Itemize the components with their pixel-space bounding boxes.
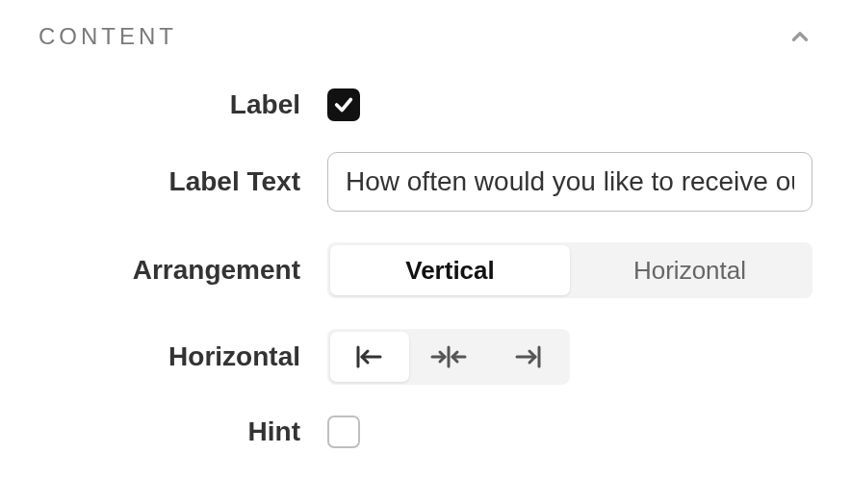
align-center-icon — [428, 343, 469, 370]
align-left-icon — [351, 343, 388, 370]
label-label: Label — [39, 89, 327, 120]
label-checkbox[interactable] — [327, 88, 360, 121]
row-hint: Hint — [39, 416, 812, 448]
hint-checkbox[interactable] — [327, 416, 360, 448]
chevron-up-icon — [787, 24, 812, 49]
arrangement-option-vertical[interactable]: Vertical — [330, 245, 570, 295]
row-label-text: Label Text — [39, 152, 812, 212]
row-arrangement: Arrangement Vertical Horizontal — [39, 242, 812, 298]
label-text-label: Label Text — [39, 166, 327, 197]
section-header[interactable]: CONTENT — [39, 23, 812, 50]
align-left-button[interactable] — [330, 332, 409, 382]
horizontal-label: Horizontal — [39, 341, 327, 372]
row-label: Label — [39, 88, 812, 121]
arrangement-option-horizontal[interactable]: Horizontal — [570, 245, 810, 295]
arrangement-label: Arrangement — [39, 255, 327, 286]
row-horizontal: Horizontal — [39, 329, 812, 385]
content-section: CONTENT Label Label Text Arrangement Ver… — [0, 0, 851, 471]
label-text-input[interactable] — [327, 152, 812, 212]
arrangement-segmented: Vertical Horizontal — [327, 242, 812, 298]
horizontal-align-group — [327, 329, 570, 385]
align-right-button[interactable] — [488, 332, 567, 382]
section-title: CONTENT — [39, 23, 177, 50]
align-center-button[interactable] — [409, 332, 488, 382]
hint-label: Hint — [39, 416, 327, 447]
align-right-icon — [509, 343, 546, 370]
